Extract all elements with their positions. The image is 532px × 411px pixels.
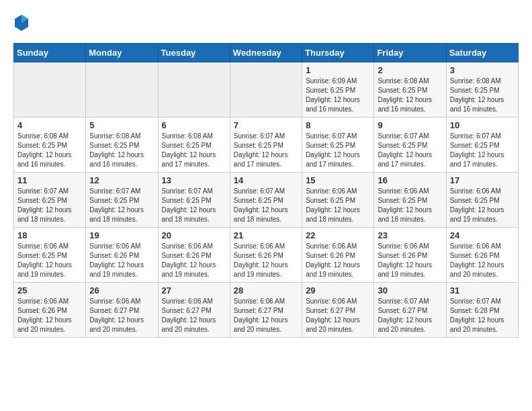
calendar-cell: 28Sunrise: 6:06 AM Sunset: 6:27 PM Dayli… [230, 283, 302, 338]
day-number: 16 [378, 175, 442, 185]
day-number: 12 [89, 175, 154, 185]
calendar-cell: 26Sunrise: 6:06 AM Sunset: 6:27 PM Dayli… [86, 283, 158, 338]
day-number: 6 [162, 120, 226, 130]
calendar-week-2: 4Sunrise: 6:08 AM Sunset: 6:25 PM Daylig… [14, 118, 519, 173]
calendar-cell: 6Sunrise: 6:08 AM Sunset: 6:25 PM Daylig… [158, 118, 230, 173]
logo [13, 13, 32, 32]
day-number: 15 [306, 175, 370, 185]
day-number: 26 [89, 285, 154, 295]
day-number: 23 [378, 230, 442, 240]
cell-info: Sunrise: 6:08 AM Sunset: 6:25 PM Dayligh… [378, 77, 442, 114]
calendar-cell: 23Sunrise: 6:06 AM Sunset: 6:26 PM Dayli… [374, 228, 446, 283]
day-number: 29 [306, 285, 370, 295]
day-number: 25 [17, 285, 82, 295]
day-number: 21 [234, 230, 298, 240]
calendar-cell [86, 62, 158, 118]
day-number: 22 [306, 230, 370, 240]
calendar-cell: 5Sunrise: 6:08 AM Sunset: 6:25 PM Daylig… [86, 118, 158, 173]
cell-info: Sunrise: 6:09 AM Sunset: 6:25 PM Dayligh… [306, 77, 370, 114]
day-number: 14 [234, 175, 298, 185]
cell-info: Sunrise: 6:06 AM Sunset: 6:27 PM Dayligh… [162, 297, 226, 334]
col-header-friday: Friday [374, 44, 446, 62]
day-number: 31 [450, 285, 515, 295]
cell-info: Sunrise: 6:06 AM Sunset: 6:26 PM Dayligh… [89, 242, 154, 279]
calendar-cell: 20Sunrise: 6:06 AM Sunset: 6:26 PM Dayli… [158, 228, 230, 283]
col-header-wednesday: Wednesday [230, 44, 302, 62]
calendar-cell: 12Sunrise: 6:07 AM Sunset: 6:25 PM Dayli… [86, 173, 158, 228]
cell-info: Sunrise: 6:07 AM Sunset: 6:25 PM Dayligh… [378, 132, 442, 169]
cell-info: Sunrise: 6:06 AM Sunset: 6:26 PM Dayligh… [17, 297, 82, 334]
calendar-week-4: 18Sunrise: 6:06 AM Sunset: 6:25 PM Dayli… [14, 228, 519, 283]
cell-info: Sunrise: 6:06 AM Sunset: 6:26 PM Dayligh… [234, 242, 298, 279]
cell-info: Sunrise: 6:07 AM Sunset: 6:27 PM Dayligh… [378, 297, 442, 334]
calendar-cell [158, 62, 230, 118]
calendar-cell: 29Sunrise: 6:06 AM Sunset: 6:27 PM Dayli… [302, 283, 374, 338]
calendar-cell: 10Sunrise: 6:07 AM Sunset: 6:25 PM Dayli… [446, 118, 518, 173]
calendar-cell: 3Sunrise: 6:08 AM Sunset: 6:25 PM Daylig… [446, 62, 518, 118]
cell-info: Sunrise: 6:06 AM Sunset: 6:25 PM Dayligh… [378, 187, 442, 224]
day-number: 2 [378, 65, 442, 75]
calendar-cell: 1Sunrise: 6:09 AM Sunset: 6:25 PM Daylig… [302, 62, 374, 118]
calendar-cell: 19Sunrise: 6:06 AM Sunset: 6:26 PM Dayli… [86, 228, 158, 283]
day-number: 30 [378, 285, 442, 295]
cell-info: Sunrise: 6:06 AM Sunset: 6:26 PM Dayligh… [306, 242, 370, 279]
col-header-sunday: Sunday [14, 44, 86, 62]
cell-info: Sunrise: 6:06 AM Sunset: 6:25 PM Dayligh… [450, 187, 515, 224]
calendar-cell: 17Sunrise: 6:06 AM Sunset: 6:25 PM Dayli… [446, 173, 518, 228]
day-number: 28 [234, 285, 298, 295]
day-number: 18 [17, 230, 82, 240]
calendar-week-3: 11Sunrise: 6:07 AM Sunset: 6:25 PM Dayli… [14, 173, 519, 228]
day-number: 10 [450, 120, 515, 130]
calendar-cell: 9Sunrise: 6:07 AM Sunset: 6:25 PM Daylig… [374, 118, 446, 173]
calendar-cell: 27Sunrise: 6:06 AM Sunset: 6:27 PM Dayli… [158, 283, 230, 338]
col-header-thursday: Thursday [302, 44, 374, 62]
calendar-cell: 31Sunrise: 6:07 AM Sunset: 6:28 PM Dayli… [446, 283, 518, 338]
cell-info: Sunrise: 6:07 AM Sunset: 6:25 PM Dayligh… [234, 187, 298, 224]
calendar-cell: 15Sunrise: 6:06 AM Sunset: 6:25 PM Dayli… [302, 173, 374, 228]
day-number: 4 [17, 120, 82, 130]
col-header-tuesday: Tuesday [158, 44, 230, 62]
calendar-cell: 25Sunrise: 6:06 AM Sunset: 6:26 PM Dayli… [14, 283, 86, 338]
calendar-cell: 24Sunrise: 6:06 AM Sunset: 6:26 PM Dayli… [446, 228, 518, 283]
calendar-cell: 8Sunrise: 6:07 AM Sunset: 6:25 PM Daylig… [302, 118, 374, 173]
day-number: 24 [450, 230, 515, 240]
cell-info: Sunrise: 6:08 AM Sunset: 6:25 PM Dayligh… [89, 132, 154, 169]
calendar-cell: 13Sunrise: 6:07 AM Sunset: 6:25 PM Dayli… [158, 173, 230, 228]
day-number: 1 [306, 65, 370, 75]
calendar-cell [230, 62, 302, 118]
calendar-cell: 7Sunrise: 6:07 AM Sunset: 6:25 PM Daylig… [230, 118, 302, 173]
calendar-cell: 22Sunrise: 6:06 AM Sunset: 6:26 PM Dayli… [302, 228, 374, 283]
cell-info: Sunrise: 6:06 AM Sunset: 6:26 PM Dayligh… [450, 242, 515, 279]
calendar-table: SundayMondayTuesdayWednesdayThursdayFrid… [13, 43, 519, 338]
day-number: 7 [234, 120, 298, 130]
col-header-monday: Monday [86, 44, 158, 62]
cell-info: Sunrise: 6:06 AM Sunset: 6:26 PM Dayligh… [162, 242, 226, 279]
cell-info: Sunrise: 6:06 AM Sunset: 6:25 PM Dayligh… [17, 242, 82, 279]
page-header [13, 13, 519, 32]
day-number: 27 [162, 285, 226, 295]
calendar-week-1: 1Sunrise: 6:09 AM Sunset: 6:25 PM Daylig… [14, 62, 519, 118]
calendar-cell [14, 62, 86, 118]
cell-info: Sunrise: 6:08 AM Sunset: 6:25 PM Dayligh… [450, 77, 515, 114]
calendar-cell: 21Sunrise: 6:06 AM Sunset: 6:26 PM Dayli… [230, 228, 302, 283]
day-number: 20 [162, 230, 226, 240]
day-number: 13 [162, 175, 226, 185]
calendar-week-5: 25Sunrise: 6:06 AM Sunset: 6:26 PM Dayli… [14, 283, 519, 338]
day-number: 9 [378, 120, 442, 130]
day-number: 5 [89, 120, 154, 130]
calendar-cell: 14Sunrise: 6:07 AM Sunset: 6:25 PM Dayli… [230, 173, 302, 228]
cell-info: Sunrise: 6:08 AM Sunset: 6:25 PM Dayligh… [17, 132, 82, 169]
logo-icon [13, 13, 30, 32]
day-number: 8 [306, 120, 370, 130]
cell-info: Sunrise: 6:06 AM Sunset: 6:27 PM Dayligh… [306, 297, 370, 334]
cell-info: Sunrise: 6:07 AM Sunset: 6:25 PM Dayligh… [306, 132, 370, 169]
day-number: 17 [450, 175, 515, 185]
cell-info: Sunrise: 6:07 AM Sunset: 6:28 PM Dayligh… [450, 297, 515, 334]
cell-info: Sunrise: 6:07 AM Sunset: 6:25 PM Dayligh… [450, 132, 515, 169]
calendar-cell: 30Sunrise: 6:07 AM Sunset: 6:27 PM Dayli… [374, 283, 446, 338]
calendar-cell: 16Sunrise: 6:06 AM Sunset: 6:25 PM Dayli… [374, 173, 446, 228]
cell-info: Sunrise: 6:06 AM Sunset: 6:27 PM Dayligh… [89, 297, 154, 334]
cell-info: Sunrise: 6:07 AM Sunset: 6:25 PM Dayligh… [17, 187, 82, 224]
cell-info: Sunrise: 6:06 AM Sunset: 6:27 PM Dayligh… [234, 297, 298, 334]
col-header-saturday: Saturday [446, 44, 518, 62]
